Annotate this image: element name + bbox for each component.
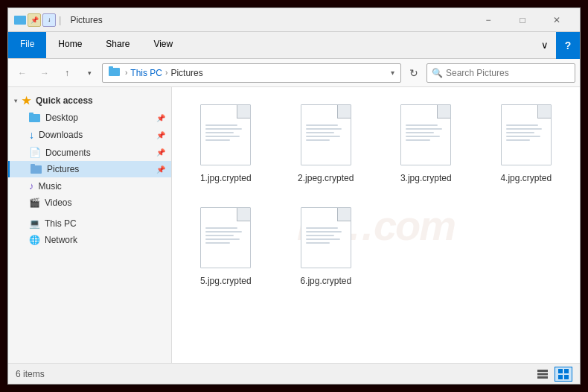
minimize-button[interactable]: −: [471, 8, 505, 32]
svg-rect-12: [564, 375, 569, 379]
window-controls: − □ ✕: [471, 8, 574, 32]
help-button[interactable]: ?: [556, 32, 580, 59]
back-button[interactable]: ←: [13, 63, 32, 83]
fold-6: [337, 208, 351, 221]
breadcrumb-sep1: ›: [125, 69, 127, 77]
sidebar: ▾ ★ Quick access Desktop 📌 ↓ Downloads 📌…: [8, 87, 172, 363]
doc-lines-2: [301, 121, 351, 144]
sidebar-item-desktop[interactable]: Desktop 📌: [8, 110, 171, 126]
quick-access-pin2[interactable]: ↓: [42, 13, 56, 27]
svg-rect-11: [558, 375, 563, 379]
sidebar-item-thispc[interactable]: 💻 This PC: [8, 215, 171, 232]
file-icon-5: [200, 207, 251, 268]
quick-access-star: ★: [22, 95, 31, 107]
ribbon-chevron[interactable]: ∨: [534, 32, 556, 58]
svg-rect-8: [537, 376, 548, 379]
file-area: iS…com: [172, 87, 580, 363]
sidebar-item-documents[interactable]: 📄 Documents 📌: [8, 144, 171, 161]
ribbon: File Home Share View ∨ ?: [8, 32, 580, 59]
sidebar-item-music[interactable]: ♪ Music: [8, 177, 171, 195]
quick-access-pin1[interactable]: 📌: [28, 13, 41, 27]
file-label-6: 6.jpg.crypted: [300, 276, 351, 286]
doc-lines-5: [201, 224, 250, 247]
fold-2: [337, 105, 351, 118]
fold-3: [437, 105, 450, 118]
svg-rect-4: [31, 165, 42, 174]
desktop-pin-icon: 📌: [156, 114, 165, 122]
breadcrumb-pictures: Pictures: [170, 68, 202, 78]
sidebar-desktop-label: Desktop: [45, 113, 78, 123]
sidebar-item-network[interactable]: 🌐 Network: [8, 232, 171, 248]
sidebar-item-downloads[interactable]: ↓ Downloads 📌: [8, 126, 171, 144]
file-label-4: 4.jpg.crypted: [500, 173, 552, 183]
desktop-folder-icon: [29, 113, 41, 123]
doc-lines-6: [301, 224, 351, 247]
close-button[interactable]: ✕: [540, 8, 574, 32]
maximize-button[interactable]: □: [505, 8, 540, 32]
breadcrumb-thispc[interactable]: This PC: [130, 68, 162, 78]
file-label-3: 3.jpg.crypted: [400, 173, 452, 183]
file-item-1[interactable]: 1.jpg.crypted: [179, 95, 272, 190]
svg-rect-9: [558, 369, 563, 373]
status-bar: 6 items: [8, 363, 580, 384]
search-box: 🔍: [426, 63, 575, 83]
tab-share[interactable]: Share: [94, 32, 141, 58]
refresh-button[interactable]: ↻: [404, 63, 424, 83]
quick-access-header[interactable]: ▾ ★ Quick access: [8, 92, 171, 110]
fold-1: [237, 105, 250, 118]
search-icon: 🔍: [432, 68, 443, 78]
sidebar-item-pictures[interactable]: Pictures 📌: [8, 161, 171, 177]
main-area: ▾ ★ Quick access Desktop 📌 ↓ Downloads 📌…: [8, 87, 580, 363]
list-view-button[interactable]: [534, 367, 552, 382]
file-grid: 1.jpg.crypted: [179, 95, 572, 293]
quick-access-label: Quick access: [36, 95, 93, 106]
fold-4: [537, 105, 551, 118]
documents-icon: 📄: [29, 147, 41, 158]
file-icon-1: [200, 104, 251, 165]
search-input[interactable]: [446, 68, 570, 78]
file-label-1: 1.jpg.crypted: [200, 173, 252, 183]
thispc-icon: 💻: [29, 218, 40, 229]
file-item-6[interactable]: 6.jpg.crypted: [280, 197, 373, 293]
tile-view-icon: [558, 369, 569, 379]
sidebar-thispc-label: This PC: [45, 218, 77, 229]
window-title: Pictures: [70, 15, 471, 25]
videos-icon: 🎬: [29, 197, 40, 208]
file-item-3[interactable]: 3.jpg.crypted: [380, 95, 473, 190]
svg-rect-2: [29, 114, 40, 122]
breadcrumb-folder-icon: [109, 66, 121, 79]
quick-access-arrow: ▾: [14, 98, 17, 104]
forward-button[interactable]: →: [35, 63, 54, 83]
sidebar-documents-label: Documents: [45, 148, 91, 158]
file-icon-6: [301, 207, 351, 268]
file-item-2[interactable]: 2.jpeg.crypted: [280, 95, 373, 190]
tab-file[interactable]: File: [8, 32, 46, 58]
svg-rect-1: [109, 66, 113, 69]
sidebar-network-label: Network: [45, 235, 77, 245]
sidebar-item-videos[interactable]: 🎬 Videos: [8, 195, 171, 211]
file-item-4[interactable]: 4.jpg.crypted: [480, 95, 573, 190]
title-bar-icons: 📌 ↓ |: [14, 13, 63, 27]
tile-view-button[interactable]: [555, 367, 572, 382]
tab-view[interactable]: View: [141, 32, 185, 58]
file-icon-wrapper-3: [396, 101, 456, 168]
up-button[interactable]: ↑: [57, 63, 77, 83]
file-label-2: 2.jpeg.crypted: [298, 173, 354, 183]
file-item-5[interactable]: 5.jpg.crypted: [179, 197, 272, 293]
doc-lines-3: [401, 121, 450, 144]
recent-locations-button[interactable]: ▾: [80, 63, 99, 83]
item-count: 6 items: [16, 369, 45, 379]
pictures-pin-icon: 📌: [156, 165, 165, 174]
documents-pin-icon: 📌: [156, 148, 165, 157]
tab-home[interactable]: Home: [46, 32, 94, 58]
view-toggle-group: [534, 367, 572, 382]
file-icon-wrapper-4: [496, 101, 556, 168]
pictures-folder-icon: [31, 164, 42, 174]
doc-lines-1: [201, 121, 250, 144]
list-view-icon: [537, 369, 548, 379]
file-icon-2: [301, 104, 351, 165]
address-bar: ← → ↑ ▾ › This PC › Pictures ▾ ↻ 🔍: [8, 59, 580, 87]
breadcrumb-dropdown[interactable]: ▾: [391, 69, 394, 77]
breadcrumb-bar: › This PC › Pictures ▾: [102, 63, 401, 83]
svg-rect-6: [537, 370, 548, 372]
